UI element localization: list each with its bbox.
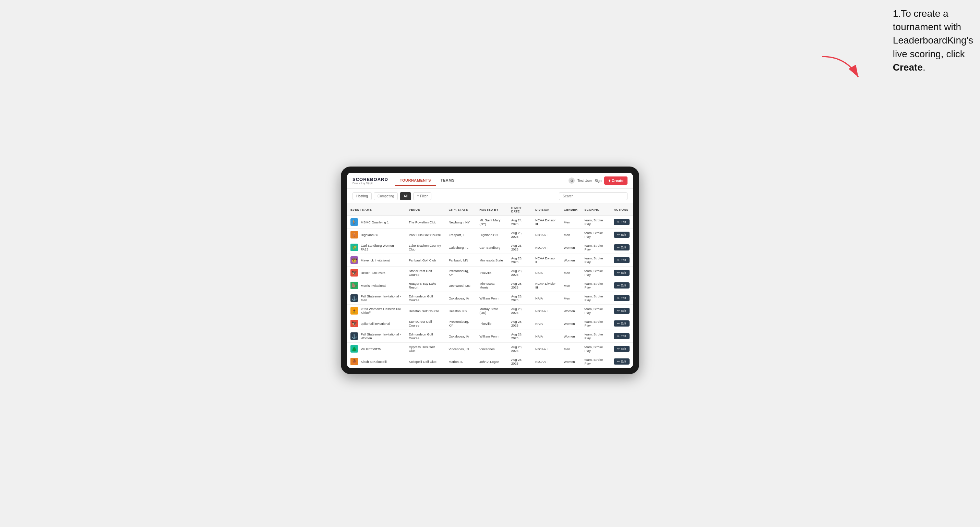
cell-start-date-0: Aug 24, 2023 [508,216,532,229]
event-name-text-6: Fall Statesmen Invitational - Men [361,294,402,302]
edit-button-5[interactable]: ✏ Edit [614,283,630,289]
event-name-text-1: Highland 36 [361,233,378,237]
cell-event-name-2: 🌾 Carl Sandburg Women FA23 [347,241,405,254]
competing-filter-btn[interactable]: Competing [374,192,398,200]
table-row: 🏌 MSMC Qualifying 1 The Powelton Club Ne… [347,216,633,229]
cell-hosted-by-6: William Penn [476,292,508,305]
sign-in-label[interactable]: Sign [595,179,601,183]
cell-venue-11: Kokopelli Golf Club [405,356,445,368]
cell-event-name-5: 🦫 Morris Invitational [347,279,405,292]
edit-button-4[interactable]: ✏ Edit [614,270,630,276]
app-header: SCOREBOARD Powered by Clippit TOURNAMENT… [347,173,633,189]
user-label: Test User [578,179,592,183]
cell-city-state-3: Faribault, MN [445,254,476,267]
cell-city-state-8: Prestonsburg, KY [445,317,476,330]
edit-button-9[interactable]: ✏ Edit [614,333,630,339]
event-name-text-7: 2023 Women's Hesston Fall Kickoff [361,307,402,314]
cell-actions-10: ✏ Edit [610,343,633,356]
cell-division-1: NJCAA I [532,229,560,241]
cell-scoring-2: team, Stroke Play [581,241,610,254]
create-button[interactable]: + Create [604,176,627,185]
cell-start-date-7: Aug 28, 2023 [508,305,532,317]
cell-gender-9: Women [560,330,581,343]
col-gender: GENDER [560,204,581,216]
all-filter-btn[interactable]: All [400,192,411,200]
cell-hosted-by-7: Murray State (OK) [476,305,508,317]
cell-event-name-6: ⚓ Fall Statesmen Invitational - Men [347,292,405,305]
cell-venue-7: Hesston Golf Course [405,305,445,317]
tournaments-table: EVENT NAME VENUE CITY, STATE HOSTED BY S… [347,204,633,368]
table-row: ⚓ Fall Statesmen Invitational - Women Ed… [347,330,633,343]
edit-button-7[interactable]: ✏ Edit [614,308,630,314]
event-logo-7: 🌻 [350,307,358,314]
edit-button-8[interactable]: ✏ Edit [614,321,630,327]
col-scoring: SCORING [581,204,610,216]
cell-gender-3: Women [560,254,581,267]
event-name-text-8: upike fall invitational [361,322,390,325]
event-logo-10: 🌲 [350,345,358,352]
cell-start-date-1: Aug 25, 2023 [508,229,532,241]
col-event-name: EVENT NAME [347,204,405,216]
table-row: 🦅 UPIKE Fall Invite StoneCrest Golf Cour… [347,267,633,279]
app-logo-title: SCOREBOARD [353,177,388,182]
cell-event-name-4: 🦅 UPIKE Fall Invite [347,267,405,279]
tablet-screen: SCOREBOARD Powered by Clippit TOURNAMENT… [347,173,633,368]
event-logo-1: 🦌 [350,231,358,238]
edit-button-3[interactable]: ✏ Edit [614,257,630,263]
table-row: 🤠 Maverick Invitational Faribault Golf C… [347,254,633,267]
cell-venue-6: Edmundson Golf Course [405,292,445,305]
logo-area: SCOREBOARD Powered by Clippit [353,177,388,184]
table-row: 🦅 upike fall invitational StoneCrest Gol… [347,317,633,330]
cell-event-name-1: 🦌 Highland 36 [347,229,405,241]
cell-division-8: NAIA [532,317,560,330]
cell-event-name-0: 🏌 MSMC Qualifying 1 [347,216,405,229]
hosting-filter-btn[interactable]: Hosting [353,192,372,200]
table-row: 🏺 Klash at Kokopelli Kokopelli Golf Club… [347,356,633,368]
filter-bar: Hosting Competing All ≡ Filter [347,189,633,204]
cell-hosted-by-8: Pikeville [476,317,508,330]
app-logo-sub: Powered by Clippit [353,182,388,184]
edit-button-0[interactable]: ✏ Edit [614,219,630,225]
cell-scoring-8: team, Stroke Play [581,317,610,330]
cell-actions-5: ✏ Edit [610,279,633,292]
edit-button-1[interactable]: ✏ Edit [614,232,630,238]
cell-city-state-1: Freeport, IL [445,229,476,241]
arrow-indicator [819,53,864,84]
cell-hosted-by-3: Minnesota State [476,254,508,267]
cell-division-0: NCAA Division III [532,216,560,229]
event-name-text-11: Klash at Kokopelli [361,360,387,364]
cell-start-date-11: Aug 28, 2023 [508,356,532,368]
cell-city-state-9: Oskaloosa, IA [445,330,476,343]
cell-scoring-9: team, Stroke Play [581,330,610,343]
event-name-text-0: MSMC Qualifying 1 [361,220,389,224]
col-hosted-by: HOSTED BY [476,204,508,216]
col-actions: ACTIONS [610,204,633,216]
edit-button-6[interactable]: ✏ Edit [614,295,630,301]
cell-venue-3: Faribault Golf Club [405,254,445,267]
cell-gender-0: Men [560,216,581,229]
cell-gender-1: Men [560,229,581,241]
nav-tabs: TOURNAMENTS TEAMS [395,175,460,186]
cell-division-10: NJCAA II [532,343,560,356]
edit-button-10[interactable]: ✏ Edit [614,346,630,352]
cell-event-name-9: ⚓ Fall Statesmen Invitational - Women [347,330,405,343]
edit-button-11[interactable]: ✏ Edit [614,359,630,365]
settings-icon[interactable]: ⚙ [568,178,575,184]
search-input[interactable] [559,192,627,200]
cell-hosted-by-1: Highland CC [476,229,508,241]
cell-division-2: NJCAA I [532,241,560,254]
cell-start-date-3: Aug 28, 2023 [508,254,532,267]
edit-button-2[interactable]: ✏ Edit [614,244,630,251]
filter-options-btn[interactable]: ≡ Filter [413,192,431,200]
nav-tab-teams[interactable]: TEAMS [436,175,460,186]
cell-gender-10: Men [560,343,581,356]
cell-venue-1: Park Hills Golf Course [405,229,445,241]
cell-venue-9: Edmundson Golf Course [405,330,445,343]
event-logo-8: 🦅 [350,320,358,327]
cell-venue-10: Cypress Hills Golf Club [405,343,445,356]
event-logo-4: 🦅 [350,269,358,276]
col-venue: VENUE [405,204,445,216]
cell-scoring-1: team, Stroke Play [581,229,610,241]
cell-actions-8: ✏ Edit [610,317,633,330]
nav-tab-tournaments[interactable]: TOURNAMENTS [395,175,436,186]
